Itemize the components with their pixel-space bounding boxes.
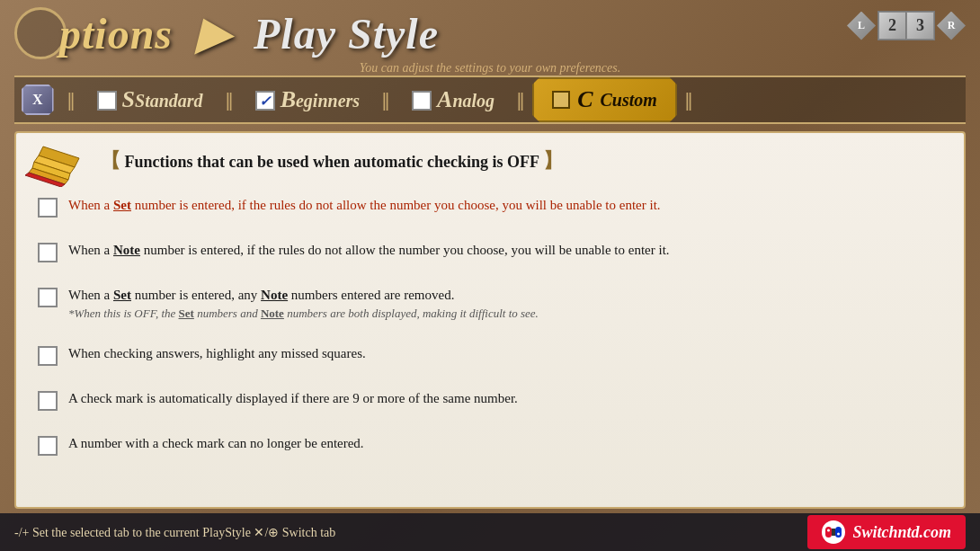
sep2: ‖ bbox=[218, 89, 241, 111]
pencil-decoration bbox=[25, 142, 97, 187]
standard-label: SStandard bbox=[122, 86, 203, 113]
page-title: ptions ▶ Play Style bbox=[59, 8, 439, 58]
option-2-text: When a Note number is entered, if the ru… bbox=[68, 241, 670, 260]
sep4: ‖ bbox=[509, 89, 532, 111]
tab-bar: X ‖ SStandard ‖ ✓ Beginners ‖ Analog ‖ C… bbox=[14, 76, 966, 124]
switchntd-text: Switchntd.com bbox=[852, 523, 951, 542]
option-5-text: A check mark is automatically displayed … bbox=[68, 389, 518, 408]
l-button[interactable]: L bbox=[847, 12, 876, 40]
tab-analog[interactable]: Analog bbox=[397, 79, 509, 120]
bottom-hint: -/+ Set the selected tab to the current … bbox=[14, 525, 807, 540]
options-list: When a Set number is entered, if the rul… bbox=[38, 192, 942, 459]
tab-custom[interactable]: CCustom bbox=[532, 77, 677, 122]
title-row: ptions ▶ Play Style L 2 3 R bbox=[14, 7, 966, 59]
svg-rect-7 bbox=[832, 529, 835, 536]
subtitle: You can adjust the settings to your own … bbox=[14, 61, 966, 76]
sep3: ‖ bbox=[374, 89, 397, 111]
custom-label: Custom bbox=[600, 90, 656, 111]
option-3-text: When a Set number is entered, any Note n… bbox=[68, 286, 539, 321]
x-button[interactable]: X bbox=[22, 84, 54, 115]
option-item-5: A check mark is automatically displayed … bbox=[38, 386, 942, 414]
r-button[interactable]: R bbox=[937, 12, 966, 40]
standard-checkbox[interactable] bbox=[97, 91, 117, 111]
sep5: ‖ bbox=[677, 89, 700, 111]
svg-point-9 bbox=[837, 533, 840, 536]
nav-num-2: 2 bbox=[878, 12, 906, 40]
sep1: ‖ bbox=[59, 89, 83, 111]
option-6-text: A number with a check mark can no longer… bbox=[68, 434, 364, 453]
option-item-4: When checking answers, highlight any mis… bbox=[38, 341, 942, 369]
option-4-text: When checking answers, highlight any mis… bbox=[68, 344, 366, 363]
custom-checkbox[interactable] bbox=[552, 91, 570, 109]
option-3-checkbox[interactable] bbox=[38, 288, 58, 307]
section-header: 【 Functions that can be used when automa… bbox=[101, 147, 942, 178]
tab-beginners[interactable]: ✓ Beginners bbox=[241, 79, 374, 120]
tab-standard[interactable]: SStandard bbox=[83, 79, 218, 120]
beginners-label: Beginners bbox=[281, 86, 360, 113]
analog-checkbox[interactable] bbox=[412, 91, 432, 111]
svg-point-8 bbox=[827, 529, 830, 532]
option-2-checkbox[interactable] bbox=[38, 243, 58, 262]
svg-rect-5 bbox=[825, 527, 832, 538]
beginners-checkbox[interactable]: ✓ bbox=[255, 91, 275, 111]
analog-label: Analog bbox=[437, 86, 494, 113]
option-1-text: When a Set number is entered, if the rul… bbox=[68, 196, 661, 215]
switch-logo bbox=[822, 520, 845, 544]
svg-rect-6 bbox=[835, 527, 842, 538]
option-item-1: When a Set number is entered, if the rul… bbox=[38, 192, 942, 221]
lr-nav: L 2 3 R bbox=[847, 11, 966, 40]
option-item-6: A number with a check mark can no longer… bbox=[38, 431, 942, 459]
main-content: 【 Functions that can be used when automa… bbox=[14, 131, 966, 509]
option-item-2: When a Note number is entered, if the ru… bbox=[38, 237, 942, 266]
bottom-bar: -/+ Set the selected tab to the current … bbox=[0, 513, 980, 551]
option-4-checkbox[interactable] bbox=[38, 346, 58, 366]
option-item-3: When a Set number is entered, any Note n… bbox=[38, 282, 942, 324]
option-1-checkbox[interactable] bbox=[38, 198, 58, 218]
nav-num-3: 3 bbox=[906, 12, 934, 40]
switchntd-badge: Switchntd.com bbox=[807, 515, 966, 549]
section-header-area: 【 Functions that can be used when automa… bbox=[38, 147, 942, 178]
header: ptions ▶ Play Style L 2 3 R You can adju… bbox=[0, 0, 980, 124]
option-6-checkbox[interactable] bbox=[38, 436, 58, 456]
option-5-checkbox[interactable] bbox=[38, 391, 58, 411]
